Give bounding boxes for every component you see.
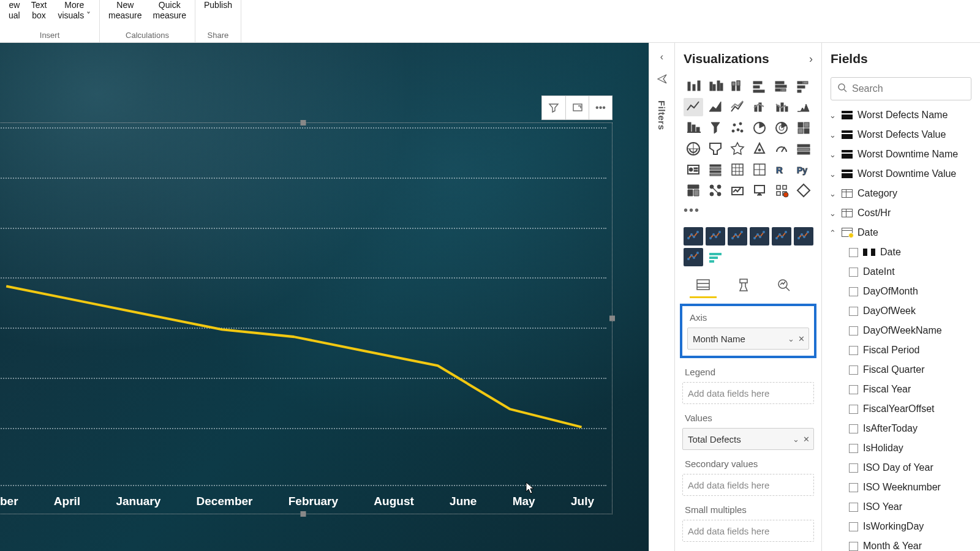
fields-tab[interactable]: [690, 272, 717, 298]
field-checkbox[interactable]: [849, 346, 858, 355]
field-row[interactable]: FiscalYearOffset: [828, 399, 978, 419]
field-checkbox[interactable]: [849, 503, 858, 512]
field-row[interactable]: ISO Weeknumber: [828, 478, 978, 497]
field-checkbox[interactable]: [849, 522, 858, 531]
field-row[interactable]: Fiscal Year: [828, 380, 978, 399]
secondary-well-drop[interactable]: Add data fields here: [682, 474, 814, 496]
field-row[interactable]: IsWorkingDay: [828, 517, 978, 536]
viz-type-icon[interactable]: [684, 77, 703, 96]
resize-handle[interactable]: [301, 511, 306, 517]
field-checkbox[interactable]: [849, 365, 858, 375]
field-row[interactable]: DayOfWeekName: [828, 321, 978, 340]
viz-type-icon[interactable]: [684, 98, 703, 116]
viz-type-icon[interactable]: [728, 160, 747, 179]
custom-visual-icon[interactable]: [728, 227, 747, 246]
viz-type-icon[interactable]: [750, 160, 769, 179]
resize-handle[interactable]: [609, 316, 615, 321]
custom-visual-icon[interactable]: [684, 227, 703, 246]
field-checkbox[interactable]: [849, 287, 858, 296]
table-row[interactable]: ⌄Worst Downtime Value: [828, 164, 978, 184]
values-pill-remove-icon[interactable]: ✕: [803, 435, 810, 444]
viz-type-icon[interactable]: [794, 140, 813, 158]
ribbon-new-measure[interactable]: Newmeasure: [108, 0, 141, 21]
viz-type-icon[interactable]: [684, 140, 703, 158]
collapse-viz-pane-icon[interactable]: ›: [809, 53, 813, 66]
axis-pill-remove-icon[interactable]: ✕: [798, 334, 805, 343]
field-checkbox[interactable]: [849, 326, 858, 335]
fields-search-input[interactable]: [852, 83, 974, 94]
viz-type-icon[interactable]: [772, 98, 791, 116]
visual-more-icon[interactable]: •••: [589, 96, 612, 119]
viz-type-icon[interactable]: [684, 160, 703, 179]
viz-type-icon[interactable]: [706, 77, 725, 96]
viz-type-icon[interactable]: R: [772, 160, 791, 179]
resize-handle[interactable]: [301, 120, 306, 126]
field-row[interactable]: Fiscal Quarter: [828, 360, 978, 380]
axis-pill-menu-icon[interactable]: ⌄: [788, 334, 794, 343]
custom-visual-icon[interactable]: [706, 227, 725, 246]
viz-type-icon[interactable]: [772, 181, 791, 200]
viz-type-icon[interactable]: [728, 77, 747, 96]
viz-type-icon[interactable]: [684, 119, 703, 137]
viz-type-icon[interactable]: [750, 119, 769, 137]
ribbon-text-box[interactable]: Textbox: [31, 0, 47, 21]
custom-visual-icon[interactable]: [772, 227, 791, 246]
field-checkbox[interactable]: [849, 463, 858, 473]
table-row[interactable]: ⌄Category: [828, 184, 978, 203]
format-tab[interactable]: [730, 272, 757, 298]
field-row[interactable]: IsAfterToday: [828, 419, 978, 438]
report-canvas[interactable]: ••• berAprilJanuaryDecemberFebruaryAugus…: [0, 43, 649, 551]
custom-visual-icon[interactable]: [684, 248, 703, 266]
viz-type-icon[interactable]: Py: [794, 160, 813, 179]
field-row[interactable]: ISO Day of Year: [828, 458, 978, 478]
field-row[interactable]: Fiscal Period: [828, 340, 978, 360]
field-checkbox[interactable]: [849, 248, 858, 257]
table-row[interactable]: ⌄Worst Defects Name: [828, 105, 978, 125]
viz-type-icon[interactable]: [750, 77, 769, 96]
table-row[interactable]: ⌄Cost/Hr: [828, 203, 978, 223]
viz-type-icon[interactable]: [706, 160, 725, 179]
field-row[interactable]: IsHoliday: [828, 438, 978, 458]
viz-type-icon[interactable]: [794, 77, 813, 96]
viz-type-icon[interactable]: [706, 140, 725, 158]
field-checkbox[interactable]: [849, 424, 858, 433]
viz-type-icon[interactable]: [750, 98, 769, 116]
field-row[interactable]: DayOfWeek: [828, 301, 978, 321]
small-multiples-well-drop[interactable]: Add data fields here: [682, 520, 814, 542]
viz-type-icon[interactable]: [794, 98, 813, 116]
expand-filters-icon[interactable]: ‹: [660, 51, 663, 62]
ribbon-quick-measure[interactable]: Quickmeasure: [153, 0, 186, 21]
viz-type-icon[interactable]: [706, 181, 725, 200]
viz-type-icon[interactable]: [772, 140, 791, 158]
values-field-pill[interactable]: Total Defects ⌄✕: [682, 428, 814, 450]
field-list[interactable]: ⌄Worst Defects Name⌄Worst Defects Value⌄…: [822, 105, 980, 551]
ribbon-publish[interactable]: Publish: [204, 0, 232, 10]
viz-type-icon[interactable]: [728, 98, 747, 116]
legend-well-drop[interactable]: Add data fields here: [682, 382, 814, 404]
custom-visual-icon[interactable]: [706, 248, 725, 266]
viz-gallery-more[interactable]: •••: [675, 202, 821, 222]
field-checkbox[interactable]: [849, 542, 858, 551]
line-chart-visual[interactable]: ••• berAprilJanuaryDecemberFebruaryAugus…: [0, 122, 612, 514]
custom-visual-icon[interactable]: [794, 227, 813, 246]
viz-type-icon[interactable]: [772, 119, 791, 137]
filters-rail-label[interactable]: Filters: [657, 100, 667, 130]
viz-type-icon[interactable]: [728, 140, 747, 158]
field-row[interactable]: ISO Year: [828, 497, 978, 517]
viz-type-icon[interactable]: [706, 119, 725, 137]
field-row[interactable]: Month & Year: [828, 536, 978, 551]
custom-visual-icon[interactable]: [750, 227, 769, 246]
field-checkbox[interactable]: [849, 268, 858, 277]
analytics-tab[interactable]: [771, 272, 797, 298]
ribbon-new-visual[interactable]: ewual: [9, 0, 20, 21]
viz-type-icon[interactable]: [728, 181, 747, 200]
fields-search[interactable]: [831, 77, 971, 100]
field-row[interactable]: DateInt: [828, 262, 978, 282]
visual-filter-icon[interactable]: [542, 96, 565, 119]
viz-type-icon[interactable]: [750, 140, 769, 158]
table-row-date[interactable]: ⌃Date: [828, 223, 978, 242]
viz-type-icon[interactable]: [684, 181, 703, 200]
table-row[interactable]: ⌄Worst Downtime Name: [828, 144, 978, 164]
field-checkbox[interactable]: [849, 307, 858, 316]
field-checkbox[interactable]: [849, 444, 858, 453]
